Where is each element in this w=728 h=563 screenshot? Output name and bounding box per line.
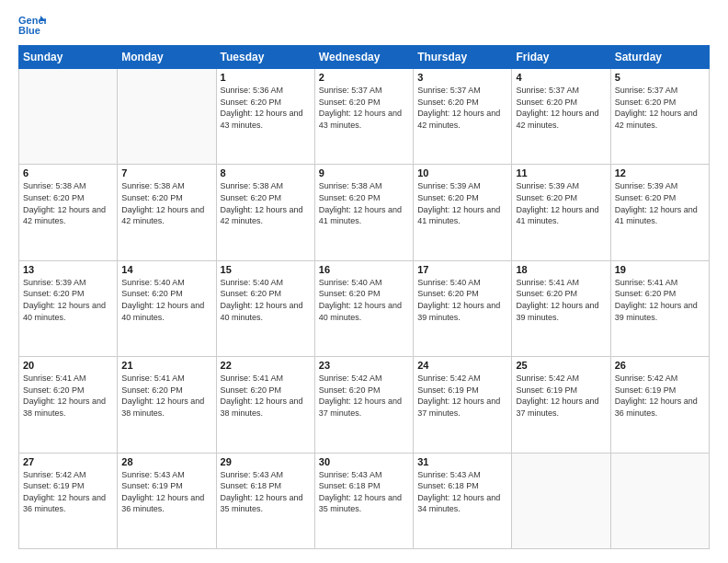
calendar-header-friday: Friday [512, 46, 610, 69]
day-info: Sunrise: 5:40 AM Sunset: 6:20 PM Dayligh… [319, 277, 409, 323]
day-number: 29 [221, 456, 311, 467]
day-info: Sunrise: 5:37 AM Sunset: 6:20 PM Dayligh… [516, 85, 606, 131]
day-info: Sunrise: 5:43 AM Sunset: 6:18 PM Dayligh… [319, 469, 409, 515]
day-number: 17 [417, 264, 507, 275]
calendar-cell: 11Sunrise: 5:39 AM Sunset: 6:20 PM Dayli… [512, 165, 610, 260]
calendar-cell: 22Sunrise: 5:41 AM Sunset: 6:20 PM Dayli… [216, 357, 314, 453]
calendar-cell: 8Sunrise: 5:38 AM Sunset: 6:20 PM Daylig… [216, 165, 314, 260]
day-number: 28 [121, 456, 211, 467]
day-info: Sunrise: 5:40 AM Sunset: 6:20 PM Dayligh… [121, 277, 211, 323]
svg-text:Blue: Blue [18, 25, 40, 36]
day-info: Sunrise: 5:41 AM Sunset: 6:20 PM Dayligh… [121, 373, 211, 419]
day-info: Sunrise: 5:43 AM Sunset: 6:18 PM Dayligh… [221, 469, 311, 515]
day-info: Sunrise: 5:42 AM Sunset: 6:20 PM Dayligh… [319, 373, 409, 419]
day-number: 12 [615, 167, 705, 178]
day-number: 24 [417, 360, 507, 371]
day-number: 27 [23, 456, 113, 467]
day-info: Sunrise: 5:41 AM Sunset: 6:20 PM Dayligh… [516, 277, 606, 323]
day-number: 23 [319, 360, 409, 371]
calendar-cell: 6Sunrise: 5:38 AM Sunset: 6:20 PM Daylig… [19, 165, 118, 260]
calendar-cell: 20Sunrise: 5:41 AM Sunset: 6:20 PM Dayli… [19, 357, 118, 453]
day-info: Sunrise: 5:39 AM Sunset: 6:20 PM Dayligh… [417, 180, 507, 226]
day-number: 14 [121, 264, 211, 275]
day-number: 21 [121, 360, 211, 371]
day-info: Sunrise: 5:40 AM Sunset: 6:20 PM Dayligh… [417, 277, 507, 323]
day-info: Sunrise: 5:37 AM Sunset: 6:20 PM Dayligh… [417, 85, 507, 131]
day-number: 10 [417, 167, 507, 178]
day-number: 15 [221, 264, 311, 275]
day-info: Sunrise: 5:43 AM Sunset: 6:19 PM Dayligh… [121, 469, 211, 515]
day-number: 31 [417, 456, 507, 467]
calendar-cell: 31Sunrise: 5:43 AM Sunset: 6:18 PM Dayli… [414, 453, 512, 548]
calendar-cell: 24Sunrise: 5:42 AM Sunset: 6:19 PM Dayli… [414, 357, 512, 453]
header: General Blue [18, 14, 710, 36]
day-info: Sunrise: 5:38 AM Sunset: 6:20 PM Dayligh… [319, 180, 409, 226]
calendar-cell: 10Sunrise: 5:39 AM Sunset: 6:20 PM Dayli… [414, 165, 512, 260]
day-info: Sunrise: 5:40 AM Sunset: 6:20 PM Dayligh… [221, 277, 311, 323]
day-info: Sunrise: 5:42 AM Sunset: 6:19 PM Dayligh… [615, 373, 705, 419]
calendar-week-2: 6Sunrise: 5:38 AM Sunset: 6:20 PM Daylig… [19, 165, 710, 260]
page: General Blue SundayMondayTuesdayWednesda… [0, 0, 728, 563]
day-number: 18 [516, 264, 606, 275]
day-number: 20 [23, 360, 113, 371]
calendar-cell: 29Sunrise: 5:43 AM Sunset: 6:18 PM Dayli… [216, 453, 314, 548]
logo: General Blue [18, 14, 50, 36]
day-info: Sunrise: 5:37 AM Sunset: 6:20 PM Dayligh… [319, 85, 409, 131]
day-number: 19 [615, 264, 705, 275]
calendar-cell [512, 453, 610, 548]
day-number: 8 [221, 167, 311, 178]
calendar-cell: 15Sunrise: 5:40 AM Sunset: 6:20 PM Dayli… [216, 260, 314, 356]
day-info: Sunrise: 5:39 AM Sunset: 6:20 PM Dayligh… [23, 277, 113, 323]
calendar-cell: 28Sunrise: 5:43 AM Sunset: 6:19 PM Dayli… [118, 453, 216, 548]
day-info: Sunrise: 5:43 AM Sunset: 6:18 PM Dayligh… [417, 469, 507, 515]
day-number: 3 [417, 72, 507, 83]
day-number: 13 [23, 264, 113, 275]
day-number: 9 [319, 167, 409, 178]
calendar-cell: 5Sunrise: 5:37 AM Sunset: 6:20 PM Daylig… [610, 69, 709, 165]
calendar-header-monday: Monday [118, 46, 216, 69]
day-info: Sunrise: 5:38 AM Sunset: 6:20 PM Dayligh… [23, 180, 113, 226]
day-info: Sunrise: 5:38 AM Sunset: 6:20 PM Dayligh… [121, 180, 211, 226]
day-number: 30 [319, 456, 409, 467]
day-info: Sunrise: 5:38 AM Sunset: 6:20 PM Dayligh… [221, 180, 311, 226]
calendar-cell: 19Sunrise: 5:41 AM Sunset: 6:20 PM Dayli… [610, 260, 709, 356]
calendar-cell: 3Sunrise: 5:37 AM Sunset: 6:20 PM Daylig… [414, 69, 512, 165]
calendar-cell [118, 69, 216, 165]
calendar-cell: 7Sunrise: 5:38 AM Sunset: 6:20 PM Daylig… [118, 165, 216, 260]
day-info: Sunrise: 5:41 AM Sunset: 6:20 PM Dayligh… [23, 373, 113, 419]
calendar-cell [19, 69, 118, 165]
day-info: Sunrise: 5:39 AM Sunset: 6:20 PM Dayligh… [615, 180, 705, 226]
day-number: 16 [319, 264, 409, 275]
calendar-cell [610, 453, 709, 548]
calendar-header-wednesday: Wednesday [314, 46, 413, 69]
calendar-cell: 21Sunrise: 5:41 AM Sunset: 6:20 PM Dayli… [118, 357, 216, 453]
calendar-header-row: SundayMondayTuesdayWednesdayThursdayFrid… [19, 46, 710, 69]
calendar-header-thursday: Thursday [414, 46, 512, 69]
calendar-cell: 17Sunrise: 5:40 AM Sunset: 6:20 PM Dayli… [414, 260, 512, 356]
calendar-cell: 25Sunrise: 5:42 AM Sunset: 6:19 PM Dayli… [512, 357, 610, 453]
calendar-cell: 26Sunrise: 5:42 AM Sunset: 6:19 PM Dayli… [610, 357, 709, 453]
day-info: Sunrise: 5:39 AM Sunset: 6:20 PM Dayligh… [516, 180, 606, 226]
day-number: 4 [516, 72, 606, 83]
calendar-cell: 2Sunrise: 5:37 AM Sunset: 6:20 PM Daylig… [314, 69, 413, 165]
calendar-week-4: 20Sunrise: 5:41 AM Sunset: 6:20 PM Dayli… [19, 357, 710, 453]
day-info: Sunrise: 5:41 AM Sunset: 6:20 PM Dayligh… [615, 277, 705, 323]
day-number: 1 [221, 72, 311, 83]
calendar-header-tuesday: Tuesday [216, 46, 314, 69]
day-info: Sunrise: 5:36 AM Sunset: 6:20 PM Dayligh… [221, 85, 311, 131]
calendar-cell: 14Sunrise: 5:40 AM Sunset: 6:20 PM Dayli… [118, 260, 216, 356]
day-number: 7 [121, 167, 211, 178]
day-info: Sunrise: 5:42 AM Sunset: 6:19 PM Dayligh… [516, 373, 606, 419]
day-number: 11 [516, 167, 606, 178]
day-number: 2 [319, 72, 409, 83]
day-number: 5 [615, 72, 705, 83]
calendar-cell: 12Sunrise: 5:39 AM Sunset: 6:20 PM Dayli… [610, 165, 709, 260]
calendar-cell: 4Sunrise: 5:37 AM Sunset: 6:20 PM Daylig… [512, 69, 610, 165]
day-info: Sunrise: 5:42 AM Sunset: 6:19 PM Dayligh… [23, 469, 113, 515]
day-info: Sunrise: 5:37 AM Sunset: 6:20 PM Dayligh… [615, 85, 705, 131]
calendar-cell: 27Sunrise: 5:42 AM Sunset: 6:19 PM Dayli… [19, 453, 118, 548]
calendar-cell: 18Sunrise: 5:41 AM Sunset: 6:20 PM Dayli… [512, 260, 610, 356]
calendar-header-sunday: Sunday [19, 46, 118, 69]
calendar-cell: 23Sunrise: 5:42 AM Sunset: 6:20 PM Dayli… [314, 357, 413, 453]
calendar-week-5: 27Sunrise: 5:42 AM Sunset: 6:19 PM Dayli… [19, 453, 710, 548]
